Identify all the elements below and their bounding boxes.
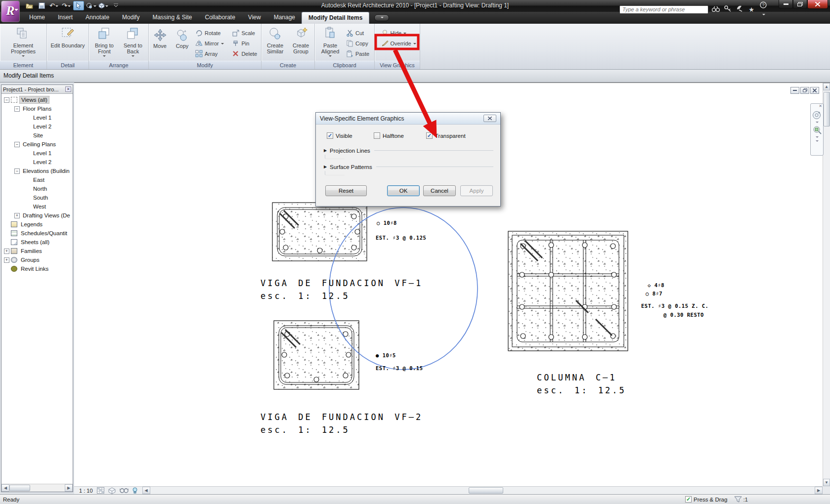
checked-checkbox-icon[interactable]: ✓ — [327, 132, 333, 139]
tree-item-label[interactable]: Ceiling Plans — [21, 141, 57, 148]
tree-item-label[interactable]: Schedules/Quantit — [19, 230, 69, 237]
cut-button[interactable]: Cut — [344, 28, 373, 38]
browser-hscrollbar[interactable]: ◀ ▶ — [1, 484, 73, 492]
create-group-button[interactable]: Create Group — [288, 25, 314, 54]
favorites-star-icon[interactable]: ★ — [747, 6, 756, 13]
array-button[interactable]: Array — [193, 48, 230, 59]
tree-item-label[interactable]: South — [32, 194, 49, 201]
tree-item-groups[interactable]: +Groups — [1, 255, 73, 264]
tab-view[interactable]: View — [242, 12, 267, 24]
zoom-options-caret[interactable] — [816, 136, 819, 139]
bring-to-front-button[interactable]: Bring to Front — [90, 25, 119, 57]
tree-item-label[interactable]: Views (all) — [19, 96, 49, 104]
tree-item-elevations-buildin[interactable]: −Elevations (Buildin — [1, 167, 73, 175]
filter-indicator[interactable]: :1 — [734, 496, 748, 503]
tree-item-east[interactable]: East — [1, 175, 73, 184]
tree-item-level-2[interactable]: Level 2 — [1, 122, 73, 131]
delete-button[interactable]: Delete — [230, 48, 261, 59]
collapse-icon[interactable]: − — [14, 168, 20, 174]
paste-button[interactable]: Paste — [344, 48, 373, 59]
tree-item-label[interactable]: Elevations (Buildin — [21, 168, 71, 174]
tree-item-site[interactable]: Site — [1, 131, 73, 140]
rebar-annotation[interactable]: EST. ♯3 @ 0.15 Z. C. — [641, 303, 708, 309]
paste-aligned-button[interactable]: Paste Aligned — [316, 25, 344, 57]
tree-item-drafting-views-de[interactable]: +Drafting Views (De — [1, 211, 73, 220]
reset-button[interactable]: Reset — [325, 185, 367, 196]
press-drag-toggle[interactable]: ✓ Press & Drag — [685, 496, 727, 503]
checked-checkbox-icon[interactable]: ✓ — [426, 132, 433, 139]
scroll-thumb[interactable] — [9, 485, 30, 491]
rebar-annotation[interactable]: @ 0.30 RESTO — [663, 312, 704, 318]
copy-button[interactable]: Copy — [171, 25, 193, 49]
tree-item-floor-plans[interactable]: −Floor Plans — [1, 104, 73, 113]
scroll-thumb[interactable] — [824, 92, 830, 126]
scale-button[interactable]: Scale — [230, 28, 261, 38]
scroll-right-icon[interactable]: ▶ — [65, 484, 73, 492]
tree-item-level-1[interactable]: Level 1 — [1, 113, 73, 122]
tab-modify-detail-items[interactable]: Modify Detail Items — [302, 12, 369, 24]
view-scale-button[interactable]: 1 : 10 — [79, 488, 93, 494]
zoom-icon[interactable] — [812, 126, 822, 135]
drawing-scale-note[interactable]: esc. 1: 12.5 — [261, 425, 350, 435]
rebar-annotation[interactable]: EST. ♯3 @ 0.125 — [376, 235, 426, 241]
tree-item-label[interactable]: Revit Links — [19, 265, 50, 272]
unchecked-checkbox-icon[interactable] — [374, 132, 380, 139]
view-restore-icon[interactable] — [800, 87, 809, 94]
tree-item-label[interactable]: West — [32, 203, 47, 210]
cancel-button[interactable]: Cancel — [423, 185, 456, 196]
horizontal-scrollbar[interactable]: ◀ ▶ — [142, 487, 823, 495]
tree-item-label[interactable]: Level 1 — [32, 114, 53, 121]
expand-icon[interactable]: + — [14, 213, 20, 218]
tree-item-revit-links[interactable]: Revit Links — [1, 264, 73, 273]
tree-item-south[interactable]: South — [1, 193, 73, 202]
tab-home[interactable]: Home — [23, 12, 51, 24]
tree-item-label[interactable]: Families — [19, 248, 44, 254]
override-button[interactable]: Override — [379, 38, 419, 48]
project-browser-header[interactable]: Project1 - Project bro... ✕ — [1, 85, 73, 94]
press-drag-checkbox-icon[interactable]: ✓ — [685, 496, 692, 503]
tree-item-label[interactable]: East — [32, 176, 46, 183]
tree-item-label[interactable]: Level 2 — [32, 159, 53, 166]
tree-item-north[interactable]: North — [1, 184, 73, 193]
navbar-more-caret[interactable] — [816, 140, 819, 143]
detail-level-icon[interactable] — [97, 487, 104, 494]
create-similar-button[interactable]: Create Similar — [262, 25, 288, 54]
section-surface-patterns[interactable]: ▶Surface Patterns — [324, 163, 493, 170]
checkbox-halftone[interactable]: Halftone — [374, 132, 404, 139]
restore-button[interactable] — [793, 0, 807, 9]
tree-item-label[interactable]: Site — [32, 132, 44, 139]
expander-arrow-icon[interactable]: ▶ — [324, 165, 330, 169]
tree-item-label[interactable]: North — [32, 185, 48, 192]
ribbon-state-toggle[interactable] — [374, 14, 389, 21]
subscription-key-icon[interactable] — [723, 5, 732, 13]
temporary-hide-isolate-icon[interactable] — [132, 487, 137, 494]
element-properties-button[interactable]: Element Properties — [5, 25, 42, 57]
rotate-button[interactable]: Rotate — [193, 28, 230, 38]
collapse-icon[interactable]: − — [4, 97, 9, 103]
ok-button[interactable]: OK — [387, 185, 420, 196]
vertical-scrollbar[interactable]: ▲ ▼ — [823, 83, 830, 486]
copy-to-clipboard-button[interactable]: Copy — [344, 38, 373, 48]
help-icon[interactable]: ? — [759, 1, 768, 17]
search-input[interactable] — [619, 5, 708, 14]
tree-item-sheets-all-[interactable]: Sheets (all) — [1, 238, 73, 247]
section-projection-lines[interactable]: ▶Projection Lines — [324, 147, 493, 154]
search-binoculars-icon[interactable] — [711, 6, 720, 13]
rebar-annotation[interactable]: ○ 8♯7 — [646, 291, 662, 296]
drawing-title[interactable]: COLUMNA C—1 — [537, 373, 617, 382]
rebar-annotation[interactable]: ○ 10♯8 — [377, 220, 397, 226]
communication-center-icon[interactable] — [735, 5, 744, 13]
wheel-options-caret[interactable] — [816, 122, 819, 125]
rebar-annotation[interactable]: EST. ♯3 @ 0.15 — [376, 365, 423, 371]
tree-item-label[interactable]: Groups — [19, 256, 41, 263]
tree-item-label[interactable]: Drafting Views (De — [21, 212, 72, 219]
tab-modify[interactable]: Modify — [116, 12, 146, 24]
apply-button[interactable]: Apply — [460, 185, 493, 196]
scroll-left-icon[interactable]: ◀ — [142, 487, 150, 494]
move-button[interactable]: Move — [149, 25, 171, 49]
close-button[interactable] — [807, 0, 828, 9]
pin-button[interactable]: Pin — [230, 38, 261, 48]
edit-boundary-button[interactable]: Edit Boundary — [49, 25, 86, 48]
collapse-icon[interactable]: − — [14, 106, 20, 112]
tab-annotate[interactable]: Annotate — [79, 12, 116, 24]
